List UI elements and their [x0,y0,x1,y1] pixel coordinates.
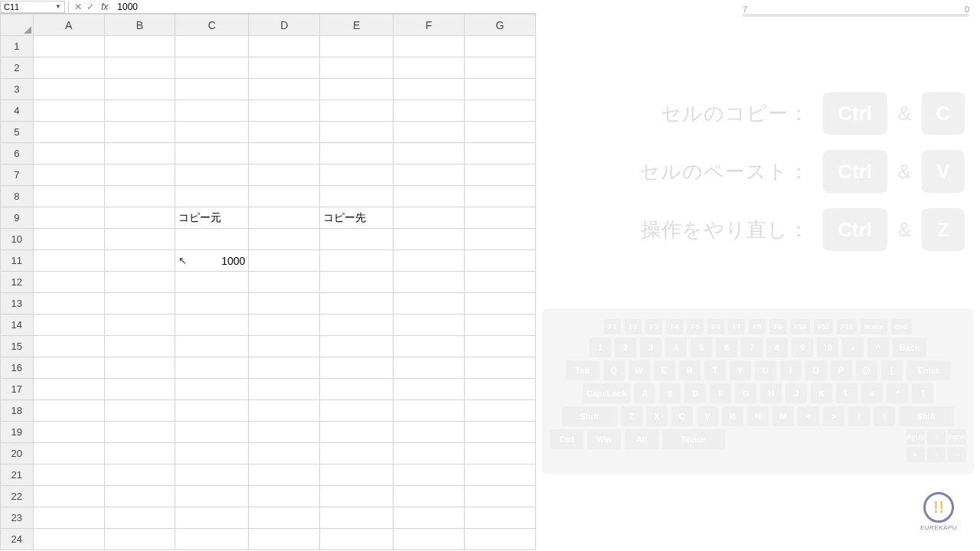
cell-F4[interactable] [394,100,465,122]
kb-key-F8[interactable]: F8 [749,319,766,334]
cell-D3[interactable] [249,79,320,100]
kb-key-X[interactable]: X [646,406,668,426]
kb-key-F12[interactable]: F12 [837,319,857,334]
cell-F8[interactable] [394,186,465,207]
kb-key-7[interactable]: 7 [741,337,763,357]
cell-G9[interactable] [464,207,535,229]
cell-A5[interactable] [33,122,104,143]
cell-E7[interactable] [320,165,394,186]
cell-F23[interactable] [394,507,465,529]
cell-A16[interactable] [33,357,104,379]
cell-F11[interactable] [394,250,465,272]
cell-E4[interactable] [320,100,394,122]
cell-D7[interactable] [249,165,320,186]
cell-D22[interactable] [249,486,320,507]
cell-C6[interactable] [175,143,249,165]
cell-A9[interactable] [33,207,104,229]
row-header-9[interactable]: 9 [1,207,34,229]
row-header-16[interactable]: 16 [1,357,34,379]
cell-C10[interactable] [175,229,249,250]
worksheet-grid[interactable]: ABCDEFG123456789コピー元コピー先1011↖10001213141… [0,14,536,550]
kb-key-9[interactable]: 9 [792,337,813,357]
cell-B10[interactable] [104,229,175,250]
cell-F15[interactable] [394,336,465,357]
kb-key-Enter[interactable]: Enter [906,360,951,380]
cell-C13[interactable] [175,293,249,315]
cell-F20[interactable] [394,443,465,465]
kb-key-M[interactable]: M [773,406,794,426]
kb-key-F6[interactable]: F6 [707,319,724,334]
column-header-B[interactable]: B [104,15,175,36]
row-header-21[interactable]: 21 [1,465,34,486]
kb-key-Ctrl[interactable]: Ctrl [550,429,583,449]
kb-key-W[interactable]: W [629,360,650,380]
cell-C2[interactable] [175,57,249,79]
cell-G16[interactable] [464,357,535,379]
cell-E24[interactable] [320,529,394,550]
cell-D18[interactable] [249,400,320,422]
kb-key-^[interactable]: ^ [867,337,889,357]
kb-key-Home[interactable]: Home [861,319,887,334]
column-header-C[interactable]: C [175,15,249,36]
row-header-20[interactable]: 20 [1,443,34,465]
kb-key-Shift[interactable]: Shift [899,406,954,426]
cell-E13[interactable] [320,293,394,315]
cell-B12[interactable] [104,272,175,293]
cell-E20[interactable] [320,443,394,465]
cell-F2[interactable] [394,57,465,79]
row-header-4[interactable]: 4 [1,100,34,122]
cell-F9[interactable] [394,207,465,229]
cell-G2[interactable] [464,57,535,79]
kb-key-F4[interactable]: F4 [666,319,683,334]
name-box-dropdown-icon[interactable]: ▼ [55,3,61,10]
cell-B23[interactable] [104,507,175,529]
cell-B18[interactable] [104,400,175,422]
cell-A7[interactable] [33,165,104,186]
kb-key-←[interactable]: ← [906,447,925,462]
cell-A21[interactable] [33,465,104,486]
cell-C20[interactable] [175,443,249,465]
cell-G17[interactable] [464,379,535,400]
cell-D15[interactable] [249,336,320,357]
cell-F18[interactable] [394,400,465,422]
cell-B11[interactable] [104,250,175,272]
cell-B6[interactable] [104,143,175,165]
kb-key-→[interactable]: → [948,447,966,462]
cell-F19[interactable] [394,422,465,443]
cell-G22[interactable] [464,486,535,507]
cell-B8[interactable] [104,186,175,207]
kb-key-F1[interactable]: F1 [604,319,621,334]
cell-A17[interactable] [33,379,104,400]
cell-C7[interactable] [175,165,249,186]
kb-key-2[interactable]: 2 [615,337,636,357]
cell-G14[interactable] [464,315,535,336]
row-header-24[interactable]: 24 [1,529,34,550]
cell-C16[interactable] [175,357,249,379]
kb-key-F2[interactable]: F2 [625,319,642,334]
cell-D20[interactable] [249,443,320,465]
cell-C5[interactable] [175,122,249,143]
cell-B3[interactable] [104,79,175,100]
cell-C14[interactable] [175,315,249,336]
cell-A6[interactable] [33,143,104,165]
kb-key-[[interactable]: [ [881,360,903,380]
kb-key->[interactable]: > [823,406,844,426]
cell-C18[interactable] [175,400,249,422]
cell-A14[interactable] [33,315,104,336]
cell-B22[interactable] [104,486,175,507]
cell-A8[interactable] [33,186,104,207]
kb-key-<[interactable]: < [798,406,819,426]
cell-B16[interactable] [104,357,175,379]
cell-G20[interactable] [464,443,535,465]
cell-F16[interactable] [394,357,465,379]
kb-key-H[interactable]: H [760,383,782,403]
kb-key-6[interactable]: 6 [716,337,737,357]
cell-G12[interactable] [464,272,535,293]
kb-key-A[interactable]: A [634,383,655,403]
name-box[interactable]: C11 ▼ [0,1,65,13]
row-header-14[interactable]: 14 [1,315,34,336]
cell-B7[interactable] [104,165,175,186]
cell-F7[interactable] [394,165,465,186]
cell-B15[interactable] [104,336,175,357]
kb-key-\[interactable]: \ [874,406,895,426]
